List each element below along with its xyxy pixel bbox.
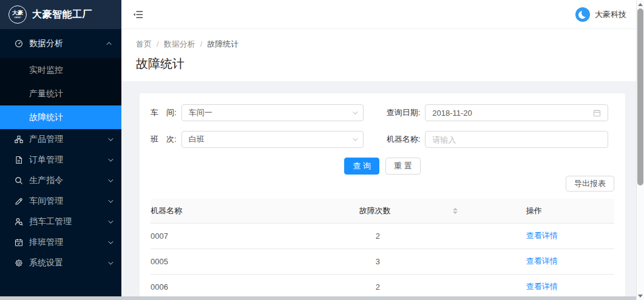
cell-machine-name: 0005	[151, 248, 359, 274]
cell-fault-count: 2	[359, 232, 380, 241]
menu-fold-icon[interactable]	[132, 8, 144, 21]
sidebar-item-label: 产品管理	[29, 134, 63, 145]
vertical-scrollbar[interactable]	[636, 0, 644, 300]
top-bar: 大豪科技	[121, 0, 636, 29]
column-fault-count-label: 故障次数	[359, 205, 391, 216]
sidebar: 大豪 DAHAO 大豪智能工厂 数据分析 实时监控 产量统计 故障统计 产品管理	[0, 0, 121, 300]
workshop-select-value: 车间一	[189, 107, 212, 118]
sidebar-submenu: 实时监控 产量统计 故障统计	[0, 58, 121, 129]
card: 车 间: 车间一 查询日期: 2018-11-20	[140, 93, 625, 300]
sidebar-item-label: 数据分析	[29, 38, 63, 49]
workshop-label: 车 间:	[151, 107, 177, 118]
breadcrumb-home[interactable]: 首页	[136, 39, 152, 48]
date-picker-value: 2018-11-20	[432, 108, 472, 118]
reset-button[interactable]: 重 置	[385, 158, 421, 175]
sidebar-item-system-settings[interactable]: 系统设置	[0, 253, 121, 273]
chevron-down-icon	[353, 136, 358, 141]
machine-name-input[interactable]	[432, 135, 601, 144]
sidebar-item-fault-stats[interactable]: 故障统计	[0, 105, 121, 129]
view-detail-link[interactable]: 查看详情	[526, 282, 558, 291]
main-area: 大豪科技 首页/数据分析/故障统计 故障统计 车 间: 车间一 查询日期:	[121, 0, 636, 300]
sidebar-item-label: 车间管理	[29, 196, 63, 207]
file-icon	[15, 156, 23, 164]
sidebar-item-data-analysis[interactable]: 数据分析	[0, 29, 121, 58]
sidebar-item-realtime-monitor[interactable]: 实时监控	[0, 58, 121, 82]
scrollbar-thumb[interactable]	[637, 8, 643, 185]
view-detail-link[interactable]: 查看详情	[526, 231, 558, 240]
chevron-down-icon	[108, 156, 113, 161]
calendar-icon	[15, 238, 23, 247]
dashboard-icon	[15, 39, 23, 48]
cell-fault-count: 2	[359, 282, 380, 292]
cell-fault-count: 3	[359, 257, 380, 266]
date-label: 查询日期:	[387, 107, 421, 118]
company-logo-icon: 大豪 DAHAO	[8, 5, 27, 24]
sidebar-item-order-mgmt[interactable]: 订单管理	[0, 150, 121, 170]
table-row: 0006 2 查看详情	[151, 274, 614, 299]
column-action: 操作	[526, 199, 614, 223]
app-title: 大豪智能工厂	[32, 8, 92, 21]
gear-icon	[15, 259, 23, 267]
sidebar-item-label: 挡车工管理	[29, 216, 72, 227]
scroll-down-arrow-icon[interactable]	[638, 295, 643, 298]
logo-badge-subtext: DAHAO	[14, 16, 21, 19]
content: 车 间: 车间一 查询日期: 2018-11-20	[121, 81, 636, 300]
shift-label: 班 次:	[151, 134, 177, 145]
horizontal-scrollbar[interactable]	[0, 296, 636, 300]
sidebar-item-label: 生产指令	[29, 175, 63, 186]
sidebar-item-workshop-mgmt[interactable]: 车间管理	[0, 191, 121, 212]
chevron-down-icon	[108, 259, 113, 264]
sidebar-item-output-stats[interactable]: 产量统计	[0, 82, 121, 105]
breadcrumb-section[interactable]: 数据分析	[164, 39, 195, 48]
table-header-row: 机器名称 故障次数 操作	[151, 199, 614, 223]
sidebar-item-production-order[interactable]: 生产指令	[0, 170, 121, 191]
breadcrumb-separator: /	[157, 39, 159, 48]
table-row: 0005 3 查看详情	[151, 248, 614, 274]
query-button[interactable]: 查 询	[344, 158, 379, 175]
breadcrumb-separator: /	[200, 39, 203, 48]
chevron-down-icon	[108, 239, 113, 244]
calendar-icon	[593, 109, 601, 117]
date-picker[interactable]: 2018-11-20	[425, 104, 608, 121]
chevron-down-icon	[108, 198, 113, 202]
view-detail-link[interactable]: 查看详情	[526, 256, 558, 265]
export-report-button[interactable]: 导出报表	[566, 176, 614, 192]
breadcrumb-current: 故障统计	[207, 39, 239, 48]
sidebar-item-operator-mgmt[interactable]: 挡车工管理	[0, 212, 121, 232]
chevron-down-icon	[108, 218, 113, 223]
chevron-down-icon	[353, 109, 358, 114]
table-row: 0007 2 查看详情	[151, 223, 614, 248]
sidebar-item-product-mgmt[interactable]: 产品管理	[0, 129, 121, 150]
column-fault-count[interactable]: 故障次数	[359, 199, 526, 223]
cluster-icon	[15, 135, 23, 144]
sidebar-item-label: 订单管理	[29, 155, 63, 165]
user-name: 大豪科技	[595, 9, 626, 20]
machine-name-field-box	[425, 131, 608, 148]
cell-machine-name: 0007	[151, 223, 359, 248]
machine-name-label: 机器名称:	[387, 134, 421, 145]
chevron-up-icon	[106, 42, 111, 47]
sidebar-item-label: 排班管理	[29, 237, 63, 248]
column-machine-name: 机器名称	[151, 199, 359, 223]
cell-machine-name: 0006	[151, 274, 359, 299]
breadcrumb: 首页/数据分析/故障统计	[136, 39, 622, 50]
chevron-down-icon	[108, 177, 113, 182]
sidebar-item-shift-mgmt[interactable]: 排班管理	[0, 232, 121, 253]
sidebar-item-label: 系统设置	[29, 258, 63, 268]
sort-icon[interactable]	[453, 208, 458, 214]
scroll-up-arrow-icon[interactable]	[638, 3, 643, 6]
avatar	[575, 7, 590, 22]
tool-icon	[15, 197, 23, 205]
workshop-select[interactable]: 车间一	[181, 104, 364, 121]
fault-table: 机器名称 故障次数 操作 0007 2 查看详	[151, 199, 614, 300]
page-title: 故障统计	[136, 55, 622, 72]
chevron-down-icon	[108, 136, 113, 141]
logo: 大豪 DAHAO 大豪智能工厂	[0, 0, 121, 29]
logo-badge-text: 大豪	[12, 10, 23, 16]
shift-select-value: 白班	[189, 134, 205, 145]
user-search-icon	[15, 218, 23, 226]
search-icon	[15, 176, 23, 185]
page-header: 首页/数据分析/故障统计 故障统计	[121, 29, 636, 81]
user-menu[interactable]: 大豪科技	[575, 7, 626, 22]
shift-select[interactable]: 白班	[181, 131, 364, 148]
